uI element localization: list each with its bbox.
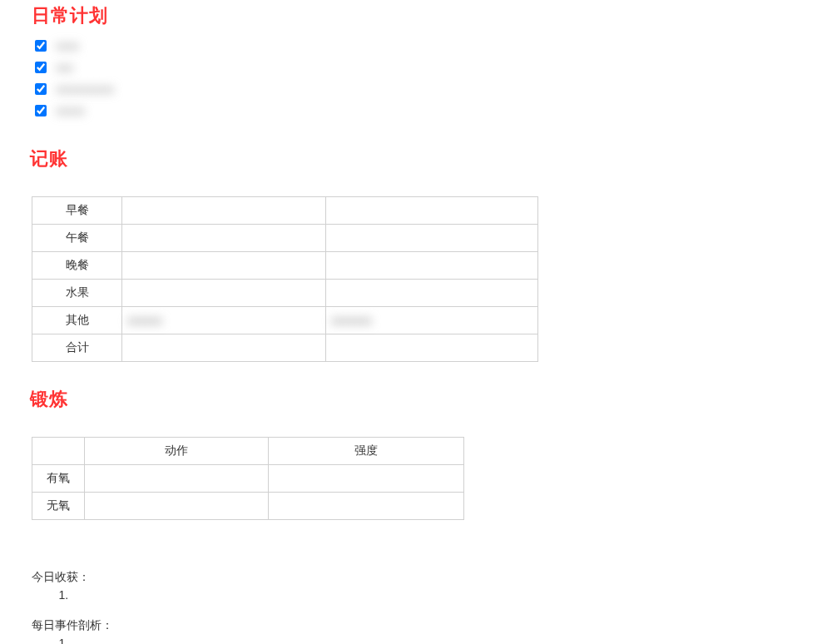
row-label: 其他 bbox=[32, 307, 122, 334]
daily-plan-list: xxxx xxx xxxxxxxxxx xxxxx bbox=[32, 35, 832, 121]
row-label: 晚餐 bbox=[32, 252, 122, 280]
row-label: 水果 bbox=[32, 280, 122, 307]
table-row: 水果 bbox=[32, 280, 538, 307]
exercise-table: 动作 强度 有氧 无氧 bbox=[32, 437, 464, 520]
list-item: xxxx bbox=[32, 35, 832, 57]
column-header bbox=[32, 438, 85, 465]
list-item: xxx bbox=[32, 57, 832, 78]
table-row: 无氧 bbox=[32, 493, 464, 520]
table-cell bbox=[85, 465, 269, 493]
daily-analysis-list bbox=[32, 637, 832, 644]
plan-checkbox-4[interactable] bbox=[35, 105, 47, 116]
heading-bookkeeping: 记账 bbox=[30, 146, 832, 171]
plan-label-blurred: xxx bbox=[56, 61, 73, 74]
table-cell bbox=[326, 197, 538, 225]
table-cell bbox=[122, 252, 326, 280]
table-cell bbox=[122, 197, 326, 225]
list-item: xxxxxxxxxx bbox=[32, 78, 832, 100]
plan-label-blurred: xxxxx bbox=[56, 104, 85, 117]
table-row: 合计 bbox=[32, 334, 538, 362]
table-row: 早餐 bbox=[32, 197, 538, 225]
plan-label-blurred: xxxx bbox=[56, 39, 79, 52]
table-cell bbox=[269, 465, 464, 493]
row-label: 早餐 bbox=[32, 197, 122, 225]
table-cell bbox=[122, 334, 326, 362]
row-label: 无氧 bbox=[32, 493, 85, 520]
today-harvest-list bbox=[32, 588, 832, 602]
table-cell bbox=[326, 334, 538, 362]
daily-analysis-title: 每日事件剖析： bbox=[32, 618, 832, 633]
table-row: 有氧 bbox=[32, 465, 464, 493]
bookkeeping-table: 早餐 午餐 晚餐 水果 其他 xxxxxx xxxxxxx 合计 bbox=[32, 196, 538, 362]
table-cell bbox=[269, 493, 464, 520]
table-cell bbox=[122, 225, 326, 252]
heading-exercise: 锻炼 bbox=[30, 387, 832, 412]
table-header: 动作 强度 bbox=[32, 438, 464, 465]
plan-checkbox-2[interactable] bbox=[35, 62, 47, 73]
plan-label-blurred: xxxxxxxxxx bbox=[56, 82, 114, 96]
table-row: 午餐 bbox=[32, 225, 538, 252]
heading-daily-plan: 日常计划 bbox=[32, 3, 832, 28]
today-harvest-title: 今日收获： bbox=[32, 570, 832, 585]
column-header: 强度 bbox=[269, 438, 464, 465]
table-cell: xxxxxx bbox=[122, 307, 326, 334]
list-item: xxxxx bbox=[32, 100, 832, 121]
table-row: 其他 xxxxxx xxxxxxx bbox=[32, 307, 538, 334]
column-header: 动作 bbox=[85, 438, 269, 465]
table-cell: xxxxxxx bbox=[326, 307, 538, 334]
list-item bbox=[72, 588, 832, 602]
table-cell bbox=[85, 493, 269, 520]
row-label: 合计 bbox=[32, 334, 122, 362]
row-label: 午餐 bbox=[32, 225, 122, 252]
plan-checkbox-3[interactable] bbox=[35, 83, 47, 95]
table-cell bbox=[326, 280, 538, 307]
table-row: 晚餐 bbox=[32, 252, 538, 280]
table-cell bbox=[326, 225, 538, 252]
plan-checkbox-1[interactable] bbox=[35, 40, 47, 52]
table-cell bbox=[326, 252, 538, 280]
row-label: 有氧 bbox=[32, 465, 85, 493]
list-item bbox=[72, 637, 832, 644]
table-cell bbox=[122, 280, 326, 307]
notes-section: 今日收获： 每日事件剖析： bbox=[32, 570, 832, 644]
